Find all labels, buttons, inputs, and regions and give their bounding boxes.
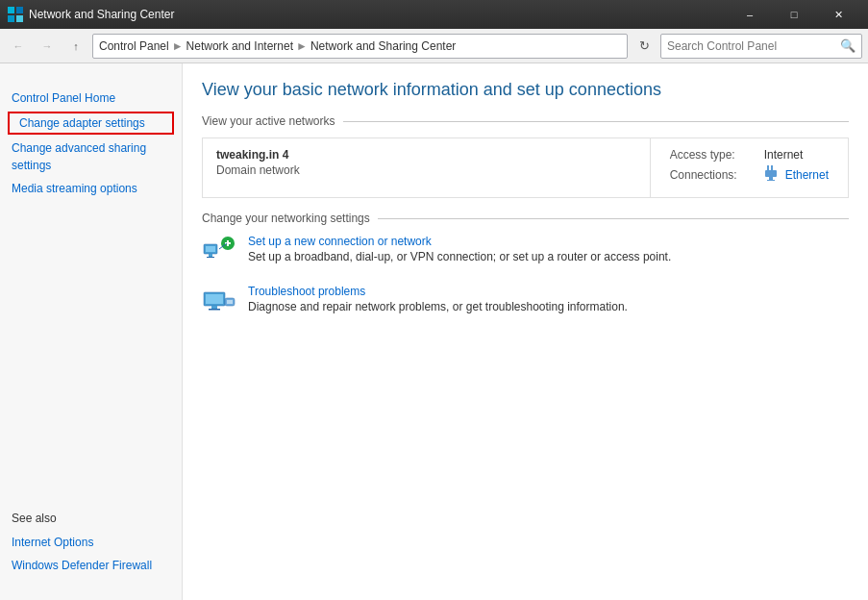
new-connection-text: Set up a new connection or network Set u… — [248, 235, 849, 263]
section-divider — [343, 121, 849, 122]
svg-rect-7 — [769, 177, 773, 180]
search-input[interactable] — [667, 39, 840, 53]
networking-settings-section: Change your networking settings — [202, 212, 849, 319]
svg-rect-20 — [209, 309, 220, 311]
troubleshoot-icon — [202, 285, 236, 319]
svg-rect-4 — [767, 165, 769, 170]
troubleshoot-link[interactable]: Troubleshoot problems — [248, 285, 849, 298]
svg-rect-8 — [767, 180, 775, 181]
svg-rect-22 — [227, 300, 233, 304]
svg-rect-0 — [8, 7, 14, 13]
access-type-row: Access type: Internet — [670, 148, 829, 162]
breadcrumb-sep-2: ► — [296, 39, 308, 53]
addressbar: ← → ↑ Control Panel ► Network and Intern… — [0, 29, 868, 63]
svg-rect-15 — [227, 240, 229, 246]
breadcrumb-sep-1: ► — [172, 39, 184, 53]
sidebar-grow — [0, 208, 182, 500]
active-networks-label: View your active networks — [202, 114, 335, 128]
window-controls: – □ ✕ — [728, 0, 860, 29]
active-networks-header: View your active networks — [202, 114, 849, 128]
back-button[interactable]: ← — [6, 34, 31, 59]
forward-button[interactable]: → — [35, 34, 60, 59]
connections-label: Connections: — [670, 168, 756, 182]
svg-rect-11 — [209, 254, 212, 257]
breadcrumb-control-panel[interactable]: Control Panel — [99, 39, 169, 53]
ethernet-icon — [764, 165, 778, 184]
sidebar-item-change-advanced-sharing[interactable]: Change advanced sharing settings — [0, 137, 182, 177]
up-button[interactable]: ↑ — [63, 34, 88, 59]
svg-rect-18 — [206, 294, 223, 304]
troubleshoot-item: Troubleshoot problems Diagnose and repai… — [202, 285, 849, 319]
svg-rect-5 — [771, 165, 773, 170]
svg-rect-6 — [765, 170, 777, 177]
svg-rect-2 — [8, 15, 14, 22]
address-path[interactable]: Control Panel ► Network and Internet ► N… — [92, 34, 628, 59]
breadcrumb-current: Network and Sharing Center — [310, 39, 456, 53]
access-type-label: Access type: — [670, 148, 756, 162]
refresh-button[interactable]: ↻ — [632, 34, 657, 59]
networking-settings-header: Change your networking settings — [202, 212, 849, 225]
svg-rect-1 — [16, 7, 23, 13]
troubleshoot-desc: Diagnose and repair network problems, or… — [248, 300, 628, 313]
sidebar-item-windows-defender-firewall[interactable]: Windows Defender Firewall — [12, 554, 170, 577]
sidebar-bottom: See also Internet Options Windows Defend… — [0, 500, 182, 588]
network-name: tweaking.in 4 — [216, 148, 636, 162]
networking-settings-label: Change your networking settings — [202, 212, 370, 225]
network-card: tweaking.in 4 Domain network Access type… — [202, 138, 849, 198]
app-icon — [8, 7, 23, 22]
new-connection-item: Set up a new connection or network Set u… — [202, 235, 849, 269]
new-connection-link[interactable]: Set up a new connection or network — [248, 235, 849, 248]
titlebar-title: Network and Sharing Center — [29, 8, 728, 21]
sidebar-item-control-panel-home[interactable]: Control Panel Home — [0, 87, 182, 110]
search-box: 🔍 — [660, 34, 862, 59]
breadcrumb-network-internet[interactable]: Network and Internet — [186, 39, 293, 53]
svg-rect-10 — [206, 246, 215, 252]
troubleshoot-text: Troubleshoot problems Diagnose and repai… — [248, 285, 849, 313]
sidebar-top: Control Panel Home Change adapter settin… — [0, 75, 182, 208]
page-title: View your basic network information and … — [202, 79, 849, 101]
svg-rect-19 — [211, 306, 217, 309]
sidebar: Control Panel Home Change adapter settin… — [0, 63, 183, 600]
minimize-button[interactable]: – — [728, 0, 772, 29]
sidebar-item-change-adapter[interactable]: Change adapter settings — [8, 112, 174, 135]
maximize-button[interactable]: □ — [772, 0, 816, 29]
network-card-right: Access type: Internet Connections: — [651, 138, 848, 197]
sidebar-item-internet-options[interactable]: Internet Options — [12, 531, 170, 554]
content-area: View your basic network information and … — [183, 63, 868, 600]
close-button[interactable]: ✕ — [816, 0, 860, 29]
settings-divider — [378, 218, 849, 219]
connections-row: Connections: Ethernet — [670, 165, 829, 184]
network-card-left: tweaking.in 4 Domain network — [203, 138, 651, 197]
svg-rect-3 — [16, 15, 23, 22]
main-container: Control Panel Home Change adapter settin… — [0, 63, 868, 600]
ethernet-link[interactable]: Ethernet — [785, 168, 829, 182]
new-connection-icon — [202, 235, 236, 269]
svg-rect-12 — [207, 257, 214, 258]
network-type: Domain network — [216, 163, 636, 177]
search-icon[interactable]: 🔍 — [840, 38, 856, 53]
titlebar: Network and Sharing Center – □ ✕ — [0, 0, 868, 29]
new-connection-desc: Set up a broadband, dial-up, or VPN conn… — [248, 250, 671, 263]
access-type-value: Internet — [764, 148, 804, 162]
see-also-title: See also — [12, 512, 170, 525]
sidebar-item-media-streaming[interactable]: Media streaming options — [0, 177, 182, 200]
